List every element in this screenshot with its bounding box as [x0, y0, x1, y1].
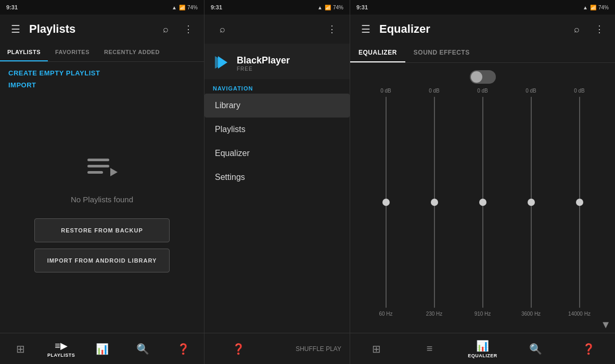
svg-rect-1	[87, 165, 109, 167]
playlists-nav-icon: ≡▶	[55, 340, 68, 352]
search-nav-icon-1: 🔍	[136, 343, 149, 355]
drawer-item-equalizer[interactable]: Equalizer	[204, 141, 350, 165]
tab-recently-added[interactable]: RECENTLY ADDED	[97, 44, 167, 61]
drawer-logo-text: BlackPlayer FREE	[237, 55, 290, 72]
nav-item-search-3[interactable]: 🔍	[509, 343, 562, 355]
eq-toggle[interactable]	[470, 70, 496, 84]
tab-favorites[interactable]: FAVORITES	[48, 44, 97, 61]
equalizer-nav-icon-1: 📊	[96, 343, 109, 355]
playlist-content: No Playlists found RESTORE FROM BACKUP I…	[0, 95, 204, 333]
search-button-2[interactable]: ⌕	[213, 20, 232, 38]
equalizer-nav-icon-3: 📊	[476, 340, 489, 352]
restore-backup-button[interactable]: RESTORE FROM BACKUP	[34, 218, 170, 242]
eq-hz-label-5: 14000 Hz	[568, 311, 591, 317]
more-button-3[interactable]: ⋮	[590, 20, 609, 38]
eq-band-230hz: 0 dB 230 Hz	[411, 88, 457, 317]
eq-db-label-2: 0 dB	[429, 88, 440, 94]
eq-down-arrow[interactable]: ▼	[600, 319, 611, 331]
status-bar-1: 9:31 ▲ 📶 74%	[0, 0, 204, 15]
import-link[interactable]: IMPORT	[8, 81, 196, 89]
eq-hz-label-2: 230 Hz	[426, 311, 443, 317]
tab-playlists[interactable]: PLAYLISTS	[0, 44, 48, 61]
more-button-2[interactable]: ⋮	[323, 20, 341, 38]
eq-band-60hz: 0 dB 60 Hz	[363, 88, 409, 317]
playlist-actions: CREATE EMPTY PLAYLIST IMPORT	[0, 62, 204, 95]
nav-item-library-3[interactable]: ⊞	[350, 343, 403, 355]
signal-icon-2: ▲	[317, 5, 323, 10]
eq-knob-1[interactable]	[382, 199, 390, 206]
app-sub: FREE	[237, 66, 290, 72]
eq-bottom-row: ▼	[350, 317, 615, 333]
time-3: 9:31	[356, 4, 368, 10]
drawer-item-playlists[interactable]: Playlists	[204, 118, 350, 141]
status-icons-1: ▲ 📶 74%	[172, 5, 198, 10]
eq-hz-label-1: 60 Hz	[379, 311, 392, 317]
eq-tabs: EQUALIZER SOUND EFFECTS	[350, 44, 615, 63]
equalizer-panel: 9:31 ▲ 📶 74% ☰ Equalizer ⌕ ⋮ EQUALIZER S…	[350, 0, 615, 364]
drawer-item-settings[interactable]: Settings	[204, 165, 350, 189]
nav-item-help-2[interactable]: ❓	[204, 343, 273, 355]
time-2: 9:31	[211, 4, 222, 10]
equalizer-nav-label: EQUALIZER	[468, 353, 497, 358]
toolbar-1: ☰ Playlists ⌕ ⋮	[0, 15, 204, 44]
drawer-item-library[interactable]: Library	[204, 94, 350, 118]
wifi-icon-3: 📶	[590, 5, 596, 10]
wifi-icon: 📶	[179, 5, 185, 10]
eq-db-label-5: 0 dB	[574, 88, 585, 94]
playlists-panel: 9:31 ▲ 📶 74% ☰ Playlists ⌕ ⋮ PLAYLISTS F…	[0, 0, 204, 364]
eq-bands: 0 dB 60 Hz 0 dB 230 Hz 0 dB 9	[358, 88, 607, 317]
shuffle-play-label: SHUFFLE PLAY	[273, 345, 350, 353]
create-playlist-link[interactable]: CREATE EMPTY PLAYLIST	[8, 69, 196, 77]
bottom-nav-3: ⊞ ≡ 📊 EQUALIZER 🔍 ❓	[350, 333, 615, 364]
svg-marker-3	[110, 168, 118, 176]
bottom-nav-2: ❓ SHUFFLE PLAY	[204, 333, 350, 364]
eq-hz-label-3: 910 Hz	[475, 311, 491, 317]
app-logo-icon	[213, 54, 232, 73]
nav-item-help-3[interactable]: ❓	[562, 343, 615, 355]
search-button-3[interactable]: ⌕	[567, 20, 586, 38]
menu-button-3[interactable]: ☰	[356, 20, 375, 38]
eq-hz-label-4: 3600 Hz	[521, 311, 541, 317]
eq-sliders-container: 0 dB 60 Hz 0 dB 230 Hz 0 dB 9	[350, 88, 615, 317]
help-nav-icon-3: ❓	[582, 343, 595, 355]
playlist-empty-icon	[83, 149, 121, 187]
queue-nav-icon-3: ≡	[427, 343, 433, 355]
eq-toggle-row	[350, 63, 615, 88]
drawer-toolbar: ⌕ ⋮	[204, 15, 350, 44]
tab-equalizer[interactable]: EQUALIZER	[350, 44, 405, 62]
no-playlists-text: No Playlists found	[71, 195, 133, 204]
eq-knob-3[interactable]	[479, 199, 486, 206]
more-button-1[interactable]: ⋮	[179, 20, 198, 38]
eq-db-label-1: 0 dB	[380, 88, 391, 94]
eq-track-5	[579, 97, 580, 308]
signal-icon-3: ▲	[583, 5, 588, 10]
eq-knob-4[interactable]	[528, 199, 535, 206]
nav-item-queue-3[interactable]: ≡	[403, 343, 456, 355]
nav-item-equalizer-1[interactable]: 📊	[82, 343, 122, 355]
drawer-items: Library Playlists Equalizer Settings	[204, 94, 350, 333]
help-nav-icon-1: ❓	[177, 343, 190, 355]
nav-item-library[interactable]: ⊞	[0, 343, 41, 355]
nav-item-playlists[interactable]: ≡▶ PLAYLISTS	[41, 340, 81, 358]
eq-knob-2[interactable]	[431, 199, 438, 206]
status-bar-3: 9:31 ▲ 📶 74%	[350, 0, 615, 15]
tab-sound-effects[interactable]: SOUND EFFECTS	[405, 44, 478, 62]
eq-band-3600hz: 0 dB 3600 Hz	[508, 88, 554, 317]
nav-item-search-1[interactable]: 🔍	[122, 343, 163, 355]
svg-marker-5	[218, 56, 227, 69]
nav-item-equalizer-3[interactable]: 📊 EQUALIZER	[456, 340, 509, 358]
eq-track-3	[482, 97, 483, 308]
drawer-header: BlackPlayer FREE	[204, 44, 350, 79]
svg-rect-2	[87, 171, 103, 174]
nav-section-label: NAVIGATION	[204, 79, 350, 94]
search-button-1[interactable]: ⌕	[156, 20, 175, 38]
status-icons-3: ▲ 📶 74%	[583, 5, 609, 10]
import-android-button[interactable]: IMPORT FROM ANDROID LIBRARY	[34, 249, 170, 272]
help-nav-icon-2: ❓	[232, 343, 245, 355]
eq-knob-5[interactable]	[576, 199, 583, 206]
battery-icon-3: 74%	[598, 5, 609, 10]
page-title-3: Equalizer	[379, 22, 563, 36]
nav-item-help-1[interactable]: ❓	[163, 343, 204, 355]
status-bar-2: 9:31 ▲ 📶 74%	[204, 0, 350, 15]
menu-button[interactable]: ☰	[6, 20, 25, 38]
